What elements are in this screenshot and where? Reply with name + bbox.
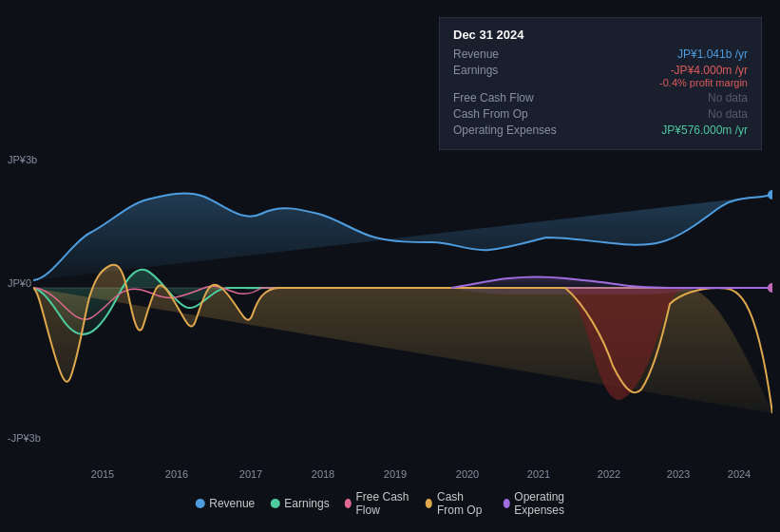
tooltip-row-fcf: Free Cash Flow No data xyxy=(453,91,748,104)
tooltip-value-cashop: No data xyxy=(708,107,748,121)
legend-label-fcf: Free Cash Flow xyxy=(355,490,410,517)
legend-dot-cashop xyxy=(426,499,432,508)
x-label-2023: 2023 xyxy=(667,468,690,480)
tooltip-label-revenue: Revenue xyxy=(453,48,558,61)
legend-label-cashop: Cash From Op xyxy=(437,490,488,517)
tooltip-label-cashop: Cash From Op xyxy=(453,107,558,121)
tooltip-value-revenue: JP¥1.041b /yr xyxy=(677,48,748,61)
x-label-2018: 2018 xyxy=(312,468,334,480)
tooltip-label-fcf: Free Cash Flow xyxy=(453,91,558,104)
legend-label-revenue: Revenue xyxy=(209,497,255,510)
legend-dot-revenue xyxy=(195,499,204,508)
x-label-2016: 2016 xyxy=(165,468,188,480)
tooltip-row-cashop: Cash From Op No data xyxy=(453,107,748,121)
tooltip-value-earnings: -JP¥4.000m /yr xyxy=(659,64,748,77)
x-label-2021: 2021 xyxy=(527,468,550,480)
svg-point-3 xyxy=(768,283,772,293)
tooltip-row-opex: Operating Expenses JP¥576.000m /yr xyxy=(453,124,748,137)
tooltip-date: Dec 31 2024 xyxy=(453,28,748,42)
x-label-2015: 2015 xyxy=(91,468,114,480)
chart-container: Dec 31 2024 Revenue JP¥1.041b /yr Earnin… xyxy=(0,0,780,532)
x-label-2020: 2020 xyxy=(456,468,479,480)
legend-item-earnings: Earnings xyxy=(270,497,329,510)
tooltip-row-earnings: Earnings -JP¥4.000m /yr -0.4% profit mar… xyxy=(453,64,748,88)
legend-label-earnings: Earnings xyxy=(284,497,329,510)
legend-label-opex: Operating Expenses xyxy=(514,490,584,517)
tooltip-value-opex: JP¥576.000m /yr xyxy=(661,124,748,137)
x-label-2019: 2019 xyxy=(384,468,407,480)
chart-legend: Revenue Earnings Free Cash Flow Cash Fro… xyxy=(195,490,585,517)
tooltip-profit-margin: -0.4% profit margin xyxy=(659,77,748,88)
x-label-2022: 2022 xyxy=(598,468,620,480)
tooltip-row-revenue: Revenue JP¥1.041b /yr xyxy=(453,48,748,61)
legend-item-cashop: Cash From Op xyxy=(426,490,487,517)
y-label-zero: JP¥0 xyxy=(8,277,31,289)
tooltip-label-earnings: Earnings xyxy=(453,64,558,77)
chart-svg xyxy=(33,147,772,456)
legend-item-revenue: Revenue xyxy=(195,497,255,510)
legend-dot-fcf xyxy=(345,499,352,508)
legend-dot-earnings xyxy=(270,499,279,508)
svg-point-1 xyxy=(768,190,772,200)
tooltip-label-opex: Operating Expenses xyxy=(453,124,558,137)
legend-item-opex: Operating Expenses xyxy=(503,490,584,517)
tooltip-card: Dec 31 2024 Revenue JP¥1.041b /yr Earnin… xyxy=(439,17,762,150)
x-label-2024: 2024 xyxy=(728,468,751,480)
x-label-2017: 2017 xyxy=(239,468,262,480)
legend-item-fcf: Free Cash Flow xyxy=(345,490,411,517)
legend-dot-opex xyxy=(503,499,509,508)
tooltip-value-fcf: No data xyxy=(708,91,748,104)
